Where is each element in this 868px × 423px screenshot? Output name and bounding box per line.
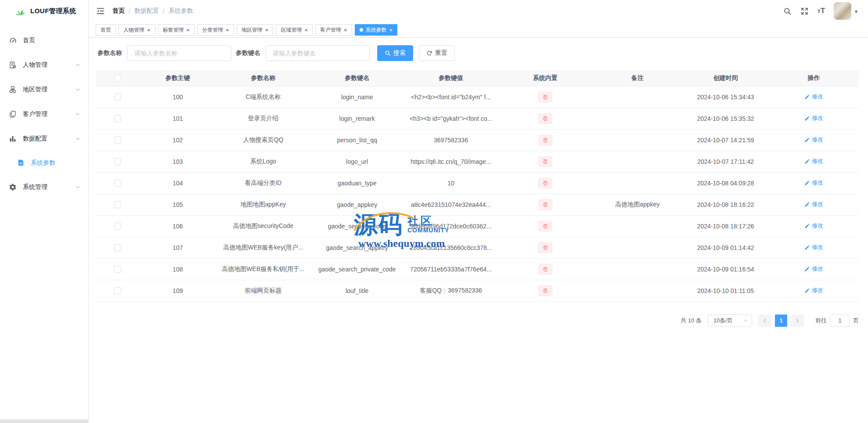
row-checkbox[interactable]: [114, 287, 121, 294]
edit-button[interactable]: 修改: [804, 200, 823, 208]
tab-系统参数[interactable]: 系统参数 ×: [355, 24, 398, 36]
edit-button[interactable]: 修改: [804, 222, 823, 230]
select-all-checkbox[interactable]: [114, 75, 121, 82]
collapse-menu-icon[interactable]: [96, 6, 105, 16]
edit-button[interactable]: 修改: [804, 179, 823, 187]
cell-param-value: a8c4e623151074e32ea444...: [404, 194, 498, 215]
row-checkbox[interactable]: [114, 180, 121, 187]
cell-param-value: <h3><b id="gykah"><font co...: [404, 108, 498, 129]
edit-button[interactable]: 修改: [804, 136, 823, 144]
page-unit-label: 页: [853, 317, 859, 325]
cell-remark: [592, 237, 682, 258]
avatar[interactable]: [834, 2, 851, 20]
cell-created-time: 2024-10-07 17:11:42: [682, 151, 768, 172]
chevron-up-icon: [75, 136, 80, 141]
row-checkbox[interactable]: [114, 266, 121, 273]
reset-button[interactable]: 重置: [419, 45, 455, 61]
pagination: 共 10 条 10条/页 1 前往 页: [96, 315, 859, 327]
close-icon[interactable]: ×: [226, 27, 229, 33]
sidebar-subitem[interactable]: 系统参数: [0, 151, 88, 175]
cell-param-value: 72056711eb53335a7f76e64...: [404, 258, 498, 280]
navbar: 首页 / 数据配置 / 系统参数: [89, 0, 868, 22]
chevron-down-icon: [75, 87, 80, 92]
close-icon[interactable]: ×: [147, 27, 151, 33]
search-button[interactable]: 搜索: [377, 45, 413, 61]
cell-created-time: 2024-10-08 18:16:22: [682, 194, 768, 215]
breadcrumb-home[interactable]: 首页: [112, 7, 125, 15]
tab-标签管理[interactable]: 标签管理 ×: [158, 24, 195, 36]
sidebar-menu: 首页 人物管理 地区管理 客户管理 数据配置 系统参数 系统管理: [0, 22, 88, 199]
fullscreen-icon[interactable]: [800, 7, 809, 15]
column-header: 创建时间: [682, 70, 768, 86]
row-checkbox[interactable]: [114, 201, 121, 208]
close-icon[interactable]: ×: [187, 27, 190, 33]
search-icon[interactable]: [783, 7, 792, 15]
edit-button[interactable]: 修改: [804, 286, 823, 294]
chevron-down-icon: [75, 184, 80, 190]
close-icon[interactable]: ×: [265, 27, 269, 33]
column-header: 操作: [769, 70, 859, 86]
tab-人物管理[interactable]: 人物管理 ×: [119, 24, 155, 36]
cell-param-value: 10: [404, 172, 498, 194]
cell-created-time: 2024-10-07 14:21:59: [682, 129, 768, 151]
tab-客户管理[interactable]: 客户管理 ×: [315, 24, 352, 36]
cell-remark: [592, 86, 682, 108]
region-icon: [8, 85, 17, 94]
param-key-input[interactable]: [266, 45, 370, 61]
cell-param-id: 106: [139, 215, 216, 237]
table-row: 106 高德地图securityCode gaode_security_code…: [96, 215, 859, 237]
tab-区域管理[interactable]: 区域管理 ×: [276, 24, 313, 36]
prev-page-button[interactable]: [758, 315, 771, 327]
cell-remark: [592, 280, 682, 301]
row-checkbox[interactable]: [114, 137, 121, 144]
sidebar-item[interactable]: 客户管理: [0, 102, 88, 127]
chevron-down-icon: [743, 318, 748, 323]
row-checkbox[interactable]: [114, 94, 121, 101]
page-size-select[interactable]: 10条/页: [708, 315, 752, 327]
page-number-button[interactable]: 1: [775, 315, 787, 327]
user-menu[interactable]: ▼: [834, 2, 858, 20]
row-checkbox[interactable]: [114, 115, 121, 122]
sidebar-item[interactable]: 首页: [0, 28, 88, 53]
sidebar-item[interactable]: 地区管理: [0, 77, 88, 102]
close-icon[interactable]: ×: [344, 27, 347, 33]
row-checkbox[interactable]: [114, 223, 121, 230]
content: 参数名称 参数键名 搜索 重置: [89, 38, 868, 423]
sidebar-item[interactable]: 人物管理: [0, 53, 88, 77]
edit-button[interactable]: 修改: [804, 243, 823, 251]
person-doc-icon: [8, 61, 17, 69]
font-size-icon[interactable]: TT: [818, 7, 825, 15]
tab-首页[interactable]: 首页: [96, 24, 116, 36]
builtin-badge: 否: [538, 92, 552, 102]
close-icon[interactable]: ×: [389, 27, 393, 33]
sidebar-item[interactable]: 系统管理: [0, 175, 88, 199]
close-icon[interactable]: ×: [304, 27, 308, 33]
row-checkbox[interactable]: [114, 244, 121, 251]
logo[interactable]: LOUF管理系统: [0, 0, 88, 22]
breadcrumb-current: 系统参数: [169, 7, 193, 15]
breadcrumb-section[interactable]: 数据配置: [134, 7, 159, 15]
param-name-input[interactable]: [127, 45, 231, 61]
cell-remark: [592, 129, 682, 151]
param-key-label: 参数键名: [236, 49, 260, 57]
edit-button[interactable]: 修改: [804, 157, 823, 165]
params-table: 参数主键参数名称参数键名参数键值系统内置备注创建时间操作 100 C端系统名称 …: [96, 70, 859, 302]
copy-doc-icon: [8, 110, 17, 119]
cell-param-id: 105: [139, 194, 216, 215]
chevron-down-icon: [75, 112, 80, 117]
row-checkbox[interactable]: [114, 158, 121, 165]
edit-button[interactable]: 修改: [804, 265, 823, 273]
sidebar-scrollbar[interactable]: [0, 419, 88, 423]
dashboard-icon: [8, 36, 17, 45]
next-page-button[interactable]: [791, 315, 804, 327]
column-header: 参数键值: [404, 70, 498, 86]
edit-button[interactable]: 修改: [804, 93, 823, 101]
edit-button[interactable]: 修改: [804, 114, 823, 122]
sidebar-item[interactable]: 数据配置: [0, 127, 88, 151]
table-row: 100 C端系统名称 login_name <h2><b><font id="b…: [96, 86, 859, 108]
tab-地区管理[interactable]: 地区管理 ×: [237, 24, 274, 36]
tab-分类管理[interactable]: 分类管理 ×: [197, 24, 234, 36]
goto-page-input[interactable]: [830, 315, 850, 327]
builtin-badge: 否: [538, 113, 552, 124]
cell-param-id: 107: [139, 237, 216, 258]
